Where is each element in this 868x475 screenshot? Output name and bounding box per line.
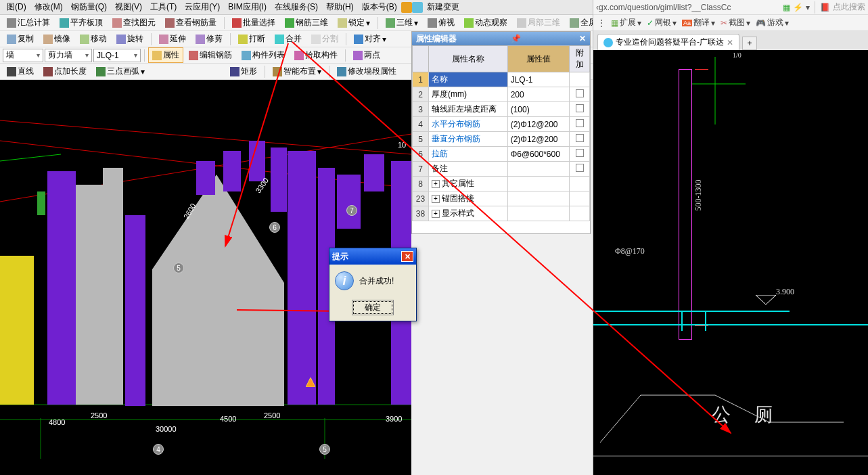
dim-2500a: 2500 (91, 411, 107, 420)
rect-button[interactable]: 矩形 (226, 64, 261, 79)
svg-line-3 (0, 154, 61, 161)
dialog-ok-button[interactable]: 确定 (352, 300, 394, 315)
menu-gong[interactable]: 工具(T) (146, 0, 181, 14)
property-table: 属性名称 属性值 附加 1名称JLQ-1 2厚度(mm)200 3轴线距左墙皮距… (412, 45, 590, 221)
table-row[interactable]: 4水平分布钢筋(2)Φ12@200 (413, 117, 590, 132)
tab-close-button[interactable]: ✕ (727, 38, 733, 47)
table-row[interactable]: 3轴线距左墙皮距离(100) (413, 102, 590, 117)
rebar-3d-button[interactable]: 钢筋三维 (281, 15, 332, 30)
dim-10: 10 (398, 141, 406, 149)
subcat-combo[interactable]: 剪力墙▾ (45, 49, 92, 62)
local-3d-button[interactable]: 局部三维 (513, 15, 564, 30)
batch-select-button[interactable]: 批量选择 (228, 15, 279, 30)
view-rebar-button[interactable]: 查看钢筋量 (161, 15, 221, 30)
split-button[interactable]: 分割 (307, 31, 342, 47)
table-row[interactable]: 1名称JLQ-1 (413, 72, 590, 87)
modify-wall-button[interactable]: 修改墙段属性 (333, 64, 401, 79)
table-row[interactable]: 5垂直分布钢筋(2)Φ12@200 (413, 132, 590, 147)
flag-icon[interactable]: ▦ (783, 3, 790, 12)
menu-help[interactable]: 帮助(H) (322, 0, 358, 14)
flat-top-button[interactable]: 平齐板顶 (55, 15, 107, 30)
menu-gang[interactable]: 钢筋量(Q) (67, 0, 111, 14)
component-combo[interactable]: JLQ-1▾ (93, 49, 141, 62)
compat-icon[interactable]: ⚡ (793, 3, 803, 12)
menu-bim[interactable]: BIM应用(I) (224, 0, 271, 14)
dyn-view-button[interactable]: 动态观察 (460, 15, 511, 30)
browser-tab-bar: 专业造价问题答疑平台-广联达 ✕ + (593, 31, 868, 50)
axis-5b: 5 (319, 444, 330, 455)
col-value: 属性值 (507, 46, 569, 72)
new-tab-button[interactable]: + (742, 37, 757, 50)
break-button[interactable]: 打断 (234, 31, 269, 47)
smart-layout-button[interactable]: 智能布置 ▾ (269, 64, 325, 79)
property-panel: 属性编辑器 📌 ✕ 属性名称 属性值 附加 1名称JLQ-1 2厚度(mm)20… (411, 31, 591, 234)
search-placeholder[interactable]: 点此搜索 (833, 1, 865, 13)
lock-button[interactable]: 锁定 ▾ (334, 15, 374, 30)
mirror-button[interactable]: 镜像 (39, 31, 74, 47)
menu-yun[interactable]: 云应用(Y) (181, 0, 224, 14)
col-name: 属性名称 (429, 46, 508, 72)
dim-4500: 4500 (220, 415, 236, 423)
ext-translate[interactable]: Aa翻译 ▾ (682, 17, 715, 28)
cad-rebar-label: Φ8@170 (615, 246, 645, 256)
rotate-button[interactable]: 旋转 (112, 31, 147, 47)
menu-ver[interactable]: 版本号(B) (358, 0, 401, 14)
align-button[interactable]: 对齐 ▾ (350, 31, 390, 47)
copy-button[interactable]: 复制 (3, 31, 38, 47)
table-row[interactable]: 23+ 锚固搭接 (413, 191, 590, 206)
table-row[interactable]: 7备注 (413, 162, 590, 177)
point-len-button[interactable]: 点加长度 (39, 64, 91, 79)
move-button[interactable]: 移动 (76, 31, 111, 47)
category-combo[interactable]: 墙▾ (3, 49, 43, 62)
ext-game[interactable]: 🎮游戏 ▾ (756, 17, 789, 28)
book-icon[interactable]: 📕 (820, 3, 830, 12)
info-icon: i (335, 271, 354, 290)
table-row[interactable]: 2厚度(mm)200 (413, 87, 590, 102)
merge-button[interactable]: 合并 (271, 31, 306, 47)
top-view-button[interactable]: 俯视 (424, 15, 459, 30)
extend-button[interactable]: 延伸 (155, 31, 190, 47)
dialog-titlebar[interactable]: 提示 ✕ (329, 248, 416, 265)
trim-button[interactable]: 修剪 (191, 31, 227, 47)
axis-5: 5 (173, 263, 184, 273)
browser-pane: ‹gx.com/question/giml/list?__ClassCc ▦ ⚡… (593, 0, 868, 475)
browser-tab[interactable]: 专业造价问题答疑平台-广联达 ✕ (597, 34, 739, 50)
menu-online[interactable]: 在线服务(S) (271, 0, 322, 14)
properties-button[interactable]: 属性 (148, 47, 183, 63)
sum-calc-button[interactable]: 汇总计算 (3, 15, 54, 30)
svg-marker-8 (152, 175, 284, 406)
menu-tu[interactable]: 图(D) (3, 0, 30, 14)
cad-drawing-area[interactable]: 1/0 500-1300 Φ8@170 3.900 公 厕 (593, 50, 868, 475)
line-button[interactable]: 直线 (3, 64, 38, 79)
property-panel-header: 属性编辑器 📌 ✕ (412, 32, 590, 45)
pick-component-button[interactable]: 拾取构件 (290, 47, 342, 63)
ext-bank[interactable]: ✓网银 ▾ (647, 17, 677, 28)
two-point-button[interactable]: 两点 (349, 47, 384, 63)
table-row[interactable]: 6拉筋Φ6@600*600 (413, 147, 590, 162)
cad-dim-500: 500-1300 (693, 180, 704, 211)
menu-shi[interactable]: 视图(V) (111, 0, 146, 14)
ext-expand[interactable]: ▦扩展 ▾ (611, 17, 641, 28)
search-icon[interactable] (412, 2, 423, 13)
component-list-button[interactable]: 构件列表 (237, 47, 289, 63)
dialog-close-button[interactable]: ✕ (401, 251, 413, 262)
ext-screenshot[interactable]: ✂截图 ▾ (721, 17, 750, 28)
menu-grip-icon[interactable]: ⋮ (597, 18, 606, 28)
3d-view-button[interactable]: 三维 ▾ (382, 15, 422, 30)
table-row[interactable]: 38+ 显示样式 (413, 206, 590, 221)
panel-close-button[interactable]: ✕ (579, 34, 586, 43)
url-text[interactable]: ‹gx.com/question/giml/list?__ClassCc (596, 3, 780, 12)
drop-icon[interactable]: ▾ (806, 3, 810, 12)
find-elem-button[interactable]: 查找图元 (108, 15, 160, 30)
axis-6: 6 (269, 222, 280, 233)
tab-title: 专业造价问题答疑平台-广联达 (616, 37, 724, 48)
menu-xiu[interactable]: 修改(M) (30, 0, 67, 14)
new-change[interactable]: 新建变更 (423, 0, 463, 14)
edit-rebar-button[interactable]: 编辑钢筋 (185, 47, 236, 63)
hat-icon[interactable] (401, 2, 412, 13)
extensions-bar: ⋮ ▦扩展 ▾ ✓网银 ▾ Aa翻译 ▾ ✂截图 ▾ 🎮游戏 ▾ (593, 15, 868, 31)
table-row[interactable]: 8+ 其它属性 (413, 177, 590, 191)
panel-pin-icon[interactable]: 📌 (511, 34, 521, 43)
dim-4800: 4800 (49, 418, 65, 426)
arc-button[interactable]: 三点画弧 ▾ (92, 64, 149, 79)
